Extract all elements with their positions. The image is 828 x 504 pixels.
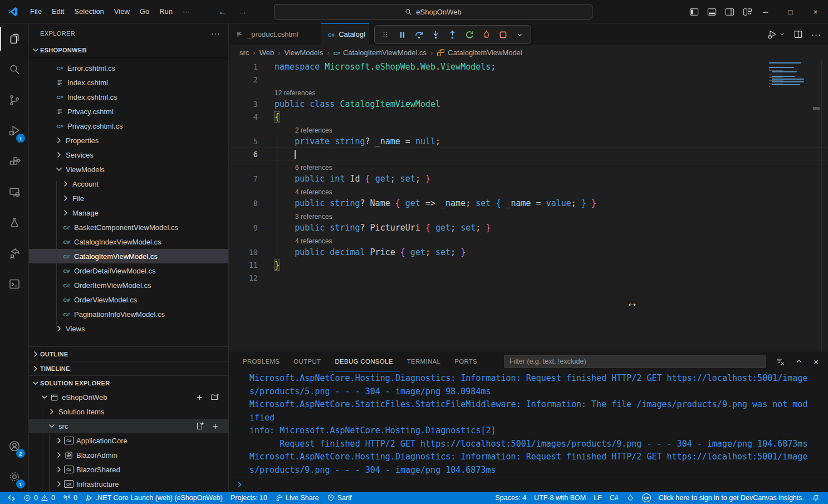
editor-scrollbar[interactable] — [821, 60, 822, 351]
tab-catalogi[interactable]: C#CatalogI — [321, 23, 369, 45]
section-eshoponweb[interactable]: ESHOPONWEB — [29, 43, 228, 57]
code-line-8[interactable]: 8 public string? Name { get => _name; se… — [229, 197, 828, 209]
code-line-1[interactable]: 1namespace Microsoft.eShopWeb.Web.ViewMo… — [229, 60, 828, 73]
tree-item-index-cshtml-cs[interactable]: C#Index.cshtml.cs — [29, 90, 228, 104]
codelens-references[interactable]: 12 references — [229, 86, 828, 97]
panel-tab-debug-console[interactable]: DEBUG CONSOLE — [329, 352, 398, 371]
chevron-right-icon[interactable] — [61, 208, 70, 217]
tree-item-applicationcore[interactable]: C#ApplicationCore — [29, 433, 228, 448]
code-line-2[interactable]: 2 — [229, 73, 828, 86]
line-number[interactable]: 3 — [229, 100, 258, 109]
toggle-panel-icon[interactable] — [707, 7, 717, 17]
codelens-references[interactable]: 6 references — [229, 160, 828, 172]
section-timeline[interactable]: TIMELINE — [29, 361, 228, 375]
status-projects-count[interactable]: Projects: 10 — [227, 492, 271, 504]
close-icon[interactable]: × — [803, 0, 828, 23]
pause-icon[interactable] — [395, 27, 409, 42]
tree-item-index-cshtml[interactable]: Index.cshtml — [29, 75, 228, 90]
minimize-icon[interactable]: ─ — [753, 0, 778, 23]
accounts-icon[interactable]: 2 — [0, 430, 28, 461]
panel-tab-ports[interactable]: PORTS — [449, 352, 483, 371]
line-number[interactable]: 7 — [229, 174, 258, 183]
section-outline[interactable]: OUTLINE — [29, 346, 228, 361]
tree-item-paginationinfoviewmodel-cs[interactable]: C#PaginationInfoViewModel.cs — [29, 307, 228, 321]
gripper-icon[interactable] — [378, 27, 393, 42]
codelens-references[interactable]: 2 references — [229, 123, 828, 135]
minimap[interactable] — [769, 62, 805, 89]
activity-remote-explorer-icon[interactable] — [0, 177, 28, 207]
navigate-forward-icon[interactable]: → — [238, 7, 247, 17]
maximize-icon[interactable]: □ — [778, 0, 803, 23]
line-number[interactable]: 1 — [229, 62, 258, 71]
plus-icon[interactable] — [195, 393, 204, 402]
status-live-share[interactable]: Live Share — [271, 492, 323, 504]
panel-tab-problems[interactable]: PROBLEMS — [237, 352, 285, 371]
explorer-more-actions-icon[interactable]: ··· — [211, 29, 221, 38]
navigate-back-icon[interactable]: ← — [218, 7, 227, 17]
tree-item-blazoradmin[interactable]: BlazorAdmin — [29, 448, 228, 462]
line-number[interactable]: 4 — [229, 112, 258, 121]
breadcrumb-src[interactable]: src — [239, 48, 249, 57]
menu-selection[interactable]: Selection — [69, 4, 109, 19]
status-language-mode[interactable]: C# — [606, 492, 623, 504]
tree-item-views[interactable]: Views — [29, 321, 228, 336]
status-remote-indicator[interactable] — [3, 492, 19, 504]
settings-gear-icon[interactable]: 1 — [0, 461, 28, 492]
hot-reload-icon[interactable] — [479, 27, 493, 42]
tree-item-basketcomponentviewmodel-cs[interactable]: C#BasketComponentViewModel.cs — [29, 220, 228, 234]
activity-run-debug-icon[interactable]: 1 — [0, 115, 28, 146]
chevron-right-icon[interactable] — [55, 150, 63, 159]
status-ports-forwarded[interactable]: 0 — [59, 492, 81, 504]
chevron-right-icon[interactable] — [55, 465, 63, 474]
tree-item-blazorshared[interactable]: C#BlazorShared — [29, 462, 228, 477]
section-solution-explorer[interactable]: SOLUTION EXPLORER — [29, 375, 228, 390]
codelens-references[interactable]: 4 references — [229, 234, 828, 246]
breadcrumb-catalogitemviewmodel[interactable]: CatalogItemViewModel — [437, 48, 522, 57]
code-line-5[interactable]: 5 private string? _name = null; — [229, 135, 828, 148]
tree-item-account[interactable]: Account — [29, 177, 228, 191]
debug-console-input[interactable] — [229, 477, 828, 492]
menu-more-icon[interactable]: ··· — [178, 4, 195, 19]
panel-tab-output[interactable]: OUTPUT — [288, 352, 326, 371]
breadcrumb-catalogitemviewmodel-cs[interactable]: C#CatalogItemViewModel.cs — [334, 48, 427, 57]
customize-layout-icon[interactable] — [742, 7, 753, 17]
status-encoding[interactable]: UTF-8 with BOM — [530, 492, 590, 504]
status-problems[interactable]: 00 — [19, 492, 59, 504]
command-center-search[interactable]: eShopOnWeb — [274, 4, 592, 19]
code-line-12[interactable]: 12 — [229, 271, 828, 284]
activity-extensions-icon[interactable] — [0, 146, 28, 177]
status-devcanvas-signin[interactable]: Click here to sign in to get DevCanvas i… — [655, 492, 808, 504]
tree-item-privacy-cshtml-cs[interactable]: C#Privacy.cshtml.cs — [29, 119, 228, 133]
tree-item-infrastructure[interactable]: C#Infrastructure — [29, 477, 228, 491]
tree-item-error-cshtml-cs[interactable]: C#Error.cshtml.cs — [29, 61, 228, 75]
status-csharp-status[interactable]: C# — [638, 492, 655, 504]
menu-view[interactable]: View — [109, 4, 135, 19]
chevron-right-icon[interactable] — [61, 194, 70, 203]
code-line-7[interactable]: 7 public int Id { get; set; } — [229, 172, 828, 185]
tree-item-catalogindexviewmodel-cs[interactable]: C#CatalogIndexViewModel.cs — [29, 234, 228, 249]
chevron-right-icon[interactable] — [55, 451, 63, 459]
code-line-11[interactable]: 11} — [229, 258, 828, 271]
tree-item-privacy-cshtml[interactable]: Privacy.cshtml — [29, 104, 228, 119]
breadcrumb-viewmodels[interactable]: ViewModels — [285, 48, 324, 57]
line-number[interactable]: 8 — [229, 199, 258, 208]
debug-more-chevron-icon[interactable] — [513, 27, 527, 42]
status-hot-reload-status[interactable] — [623, 492, 638, 504]
step-into-icon[interactable] — [429, 27, 443, 42]
tree-item-manage[interactable]: Manage — [29, 205, 228, 220]
codelens-references[interactable]: 3 references — [229, 209, 828, 221]
activity-source-control-icon[interactable] — [0, 85, 28, 115]
restart-icon[interactable] — [462, 27, 477, 42]
status-notifications[interactable] — [808, 492, 824, 504]
line-number[interactable]: 5 — [229, 137, 258, 146]
tree-item-viewmodels[interactable]: ViewModels — [29, 162, 228, 177]
status-sarif[interactable]: Sarif — [323, 492, 356, 504]
step-out-icon[interactable] — [445, 27, 460, 42]
tree-item-properties[interactable]: Properties — [29, 133, 228, 148]
activity-explorer-icon[interactable] — [0, 23, 28, 54]
clear-console-icon[interactable] — [776, 357, 785, 366]
step-over-icon[interactable] — [412, 27, 427, 42]
line-number[interactable]: 11 — [229, 261, 258, 270]
menu-file[interactable]: File — [25, 4, 47, 19]
toggle-sidebar-icon[interactable] — [689, 7, 699, 17]
